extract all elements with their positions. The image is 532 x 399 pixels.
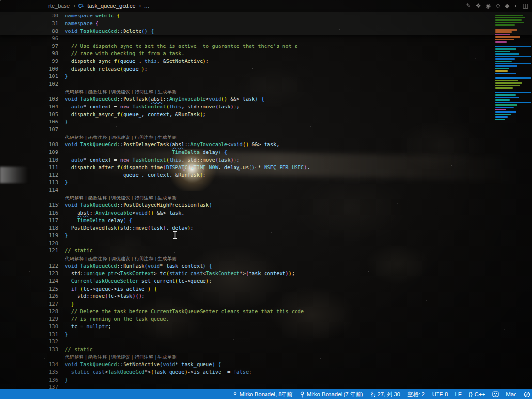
code-text[interactable]: // race with checking it from a task. xyxy=(65,50,185,58)
git-blame-primary[interactable]: Mirko Bonadei, 8年前 xyxy=(233,391,292,398)
line-number[interactable]: 114 xyxy=(0,186,65,194)
code-line[interactable]: 102 xyxy=(0,80,532,88)
code-text[interactable]: void TaskQueueGcd::RunTask(void* task_co… xyxy=(65,262,212,270)
code-line[interactable]: 101} xyxy=(0,73,532,80)
codelens-row[interactable]: 代码解释 | 函数注释 | 调优建议 | 行间注释 | 生成单测 xyxy=(0,88,532,96)
sticky-line[interactable]: 30namespace webrtc { xyxy=(0,12,532,19)
code-line[interactable]: 119} xyxy=(0,232,532,240)
line-number[interactable]: 126 xyxy=(0,292,65,300)
code-text[interactable]: // static xyxy=(65,346,93,353)
code-text[interactable]: } xyxy=(65,376,68,384)
line-number[interactable]: 132 xyxy=(0,338,65,346)
line-number[interactable]: 110 xyxy=(0,156,65,164)
code-text[interactable]: std::move(tc->task)(); xyxy=(65,292,144,300)
line-number[interactable]: 131 xyxy=(0,331,65,338)
copilot-icon[interactable]: ◉ xyxy=(485,1,490,10)
line-number[interactable]: 124 xyxy=(0,277,65,285)
code-text[interactable]: // is running on the task queue. xyxy=(65,315,169,323)
line-number[interactable]: 128 xyxy=(0,308,65,316)
code-text[interactable]: } xyxy=(65,118,68,126)
remote-os-indicator[interactable]: Mac xyxy=(506,391,516,397)
line-number[interactable]: 30 xyxy=(0,12,65,19)
code-text[interactable]: CurrentTaskQueueSetter set_current(tc->q… xyxy=(65,277,212,285)
code-line[interactable]: 96 xyxy=(0,35,532,43)
code-line[interactable]: 122void TaskQueueGcd::RunTask(void* task… xyxy=(0,262,532,270)
codelens-actions[interactable]: 代码解释 | 函数注释 | 调优建议 | 行间注释 | 生成单测 xyxy=(65,88,177,96)
codelens-actions[interactable]: 代码解释 | 函数注释 | 调优建议 | 行间注释 | 生成单测 xyxy=(65,194,177,202)
line-number[interactable]: 125 xyxy=(0,285,65,293)
codelens-row[interactable]: 代码解释 | 函数注释 | 调优建议 | 行间注释 | 生成单测 xyxy=(0,353,532,361)
code-text[interactable]: // Use dispatch_sync to set the is_activ… xyxy=(65,43,297,50)
diamond-action-icon[interactable]: ◆ xyxy=(505,1,509,10)
line-number[interactable]: 116 xyxy=(0,209,65,217)
code-text[interactable]: auto* context = new TaskContext(this, st… xyxy=(65,156,239,164)
code-text[interactable]: namespace { xyxy=(65,19,99,27)
code-line[interactable]: 134void TaskQueueGcd::SetNotActive(void*… xyxy=(0,361,532,368)
code-text[interactable]: void TaskQueueGcd::SetNotActive(void* ta… xyxy=(65,361,221,368)
code-line[interactable]: 98 // race with checking it from a task. xyxy=(0,50,532,58)
line-number[interactable]: 112 xyxy=(0,171,65,179)
code-text[interactable]: dispatch_async_f(queue_, context, &RunTa… xyxy=(65,111,206,119)
breadcrumb-symbol-ellipsis[interactable]: … xyxy=(144,3,150,9)
line-number[interactable]: 111 xyxy=(0,164,65,171)
code-text[interactable]: static_cast<TaskQueueGcd*>(task_queue)->… xyxy=(65,368,252,376)
line-number[interactable]: 136 xyxy=(0,376,65,384)
code-line[interactable]: 100 dispatch_release(queue_); xyxy=(0,65,532,73)
line-number[interactable]: 96 xyxy=(0,35,65,43)
code-line[interactable]: 118 PostDelayedTask(std::move(task), del… xyxy=(0,224,532,232)
code-text[interactable]: dispatch_sync_f(queue_, this, &SetNotAct… xyxy=(65,58,209,65)
line-number[interactable]: 119 xyxy=(0,232,65,240)
code-line[interactable]: 114 xyxy=(0,186,532,194)
code-line[interactable]: 109 TimeDelta delay) { xyxy=(0,149,532,156)
codelens-actions[interactable]: 代码解释 | 函数注释 | 调优建议 | 行间注释 | 生成单测 xyxy=(65,134,177,141)
line-number[interactable]: 129 xyxy=(0,315,65,323)
line-number[interactable]: 121 xyxy=(0,247,65,255)
code-line[interactable]: 121// static xyxy=(0,247,532,255)
line-number[interactable]: 106 xyxy=(0,118,65,126)
line-number[interactable]: 99 xyxy=(0,58,65,65)
code-text[interactable]: } xyxy=(65,331,68,338)
code-text[interactable]: } xyxy=(65,73,68,80)
code-line[interactable]: 135 static_cast<TaskQueueGcd*>(task_queu… xyxy=(0,368,532,376)
notifications-button[interactable] xyxy=(524,391,530,398)
code-line[interactable]: 97 // Use dispatch_sync to set the is_ac… xyxy=(0,43,532,50)
code-line[interactable]: 125 if (tc->queue->is_active_) { xyxy=(0,285,532,293)
line-number[interactable]: 127 xyxy=(0,300,65,308)
code-text[interactable]: queue_, context, &RunTask); xyxy=(65,171,206,179)
compare-changes-icon[interactable]: ❖ xyxy=(476,1,481,10)
line-number[interactable]: 31 xyxy=(0,19,65,27)
line-number[interactable]: 130 xyxy=(0,323,65,331)
split-editor-icon[interactable]: ◫ xyxy=(523,1,528,10)
code-text[interactable]: absl::AnyInvocable<void() &&> task, xyxy=(65,209,185,217)
code-line[interactable]: 131} xyxy=(0,331,532,338)
code-text[interactable]: void TaskQueueGcd::PostDelayedTask(absl:… xyxy=(65,141,280,149)
code-text[interactable]: PostDelayedTask(std::move(task), delay); xyxy=(65,224,194,232)
code-line[interactable]: 106} xyxy=(0,118,532,126)
codelens-actions[interactable]: 代码解释 | 函数注释 | 调优建议 | 行间注释 | 生成单测 xyxy=(65,353,177,361)
sticky-line[interactable]: 88void TaskQueueGcd::Delete() { xyxy=(0,27,532,35)
code-line[interactable]: 113} xyxy=(0,179,532,186)
eol-indicator[interactable]: LF xyxy=(455,391,461,397)
code-line[interactable]: 127 } xyxy=(0,300,532,308)
indentation-indicator[interactable]: 空格: 2 xyxy=(407,391,425,398)
code-line[interactable]: 132 xyxy=(0,338,532,346)
code-text[interactable]: auto* context = new TaskContext(this, st… xyxy=(65,103,239,111)
codelens-actions[interactable]: 代码解释 | 函数注释 | 调优建议 | 行间注释 | 生成单测 xyxy=(65,255,177,262)
code-text[interactable]: dispatch_release(queue_); xyxy=(65,65,148,73)
code-line[interactable]: 111 dispatch_after_f(dispatch_time(DISPA… xyxy=(0,164,532,171)
line-number[interactable]: 123 xyxy=(0,270,65,277)
line-number[interactable]: 109 xyxy=(0,149,65,156)
line-number[interactable]: 101 xyxy=(0,73,65,80)
code-line[interactable]: 133// static xyxy=(0,346,532,353)
code-line[interactable]: 117 TimeDelta delay) { xyxy=(0,217,532,225)
code-text[interactable]: TimeDelta delay) { xyxy=(65,149,227,156)
line-number[interactable]: 105 xyxy=(0,111,65,119)
code-text[interactable]: void TaskQueueGcd::PostTask(absl::AnyInv… xyxy=(65,95,264,103)
code-line[interactable]: 128 // Delete the task before CurrentTas… xyxy=(0,308,532,316)
git-blame-secondary[interactable]: Mirko Bonadei (7 年前) xyxy=(300,391,363,398)
line-number[interactable]: 108 xyxy=(0,141,65,149)
code-text[interactable]: } xyxy=(65,300,74,308)
code-line[interactable]: 99 dispatch_sync_f(queue_, this, &SetNot… xyxy=(0,58,532,65)
code-line[interactable]: 112 queue_, context, &RunTask); xyxy=(0,171,532,179)
codelens-row[interactable]: 代码解释 | 函数注释 | 调优建议 | 行间注释 | 生成单测 xyxy=(0,134,532,141)
